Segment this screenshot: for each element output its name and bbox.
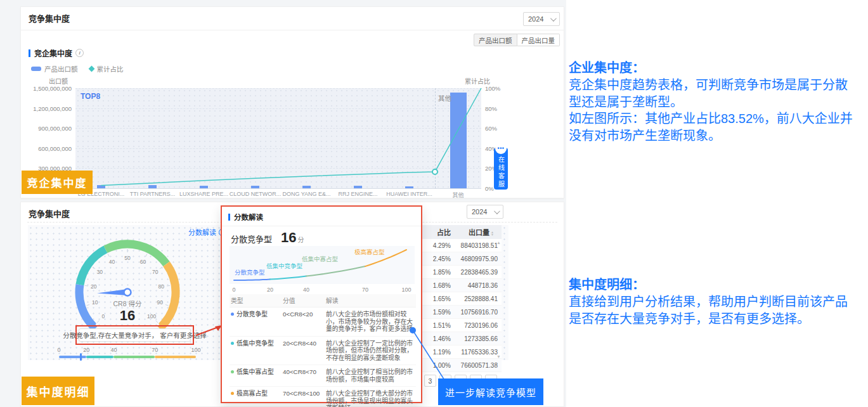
cell-desc: 前八大企业控制了绝大部分的市场份额，市场呈现出明显的寡头垄断特征	[326, 390, 416, 407]
gauge-tick-label: 70	[152, 269, 159, 275]
info-icon[interactable]: i	[75, 49, 84, 57]
score-table-row: 低集中竞争型20<CR8<40前八大企业控制了一定比例的市场份额，但市场仍然相对…	[230, 337, 416, 366]
result-score: 16	[281, 229, 296, 246]
legend-line-label: 累计占比	[97, 64, 124, 74]
scroll-up-icon[interactable]: ▲	[496, 240, 501, 245]
note-body: 竞企集中度趋势表格，可判断竞争市场是属于分散型还是属于垄断型。如左图所示：其他产…	[569, 77, 868, 144]
topn-drag-handle[interactable]	[432, 169, 437, 174]
gauge-tick-label: 30	[97, 269, 103, 275]
score-curve-chart: 分散竞争型低集中竞争型低集中寡占型极高寡占型	[230, 246, 415, 284]
cell-type: 分散竞争型	[230, 311, 283, 318]
cell-share: 1.59%	[419, 309, 451, 316]
cell-range: 20<CR8<40	[283, 340, 326, 347]
score-curve-svg	[230, 246, 415, 284]
year-select-value: 2024	[528, 15, 543, 23]
type-text: 低集中寡占型	[236, 368, 274, 376]
year-select[interactable]: 2024	[523, 12, 560, 26]
section-title: 竞企集中度 i	[29, 48, 84, 58]
col-share[interactable]: 占比	[419, 227, 451, 237]
cell-export-qty: 1273385.66	[451, 335, 498, 342]
gauge-result-tooltip: 分散竞争型,存在大量竞争对手， 客户有更多选择	[79, 328, 191, 342]
annotation-red-box-tooltip: 分散竞争型,存在大量竞争对手， 客户有更多选择	[75, 325, 194, 345]
score-table-row: 极高寡占型70<CR8<100前八大企业控制了绝大部分的市场份额，市场呈现出明显…	[230, 387, 416, 407]
gauge-tick-label: 20	[91, 283, 97, 290]
slider-segment	[155, 356, 196, 358]
gauge-tick-label: 90	[157, 299, 164, 306]
slider-handle[interactable]	[80, 353, 82, 361]
annotation-label-company-concentration: 竞企集中度	[22, 171, 93, 194]
curve-segment	[306, 266, 365, 276]
cell-export-qty: 22838465.39	[451, 269, 498, 276]
cell-range: 70<CR8<100	[283, 390, 326, 397]
type-dot	[231, 342, 234, 345]
scroll-down-icon[interactable]: ▼	[496, 354, 501, 359]
online-service-widget[interactable]: ••• 在线客服	[494, 148, 508, 190]
legend-item-bar[interactable]: 产品出口额	[31, 64, 78, 74]
col-export-qty[interactable]: 出口量▲▼	[451, 227, 495, 237]
cell-share: 2.45%	[419, 255, 451, 262]
slider-tick-label: 0	[57, 347, 60, 353]
gauge-tick-mark	[86, 304, 89, 306]
panel-title: 竞争集中度	[29, 207, 70, 219]
gridline	[75, 188, 481, 189]
curve-label: 分散竞争型	[235, 268, 265, 276]
gauge-title: CR8 得分	[113, 300, 142, 307]
gauge-tick-mark	[146, 254, 147, 256]
score-explain-popup: 分数解读 分散竞争型 16 分 分散竞争型低集中竞争型低集中寡占型极高寡占型 0…	[221, 205, 422, 403]
table-row[interactable]: 1.59%10756916.70	[419, 306, 502, 319]
sort-icon[interactable]: ▲▼	[491, 231, 494, 236]
result-score-unit: 分	[298, 235, 304, 244]
legend-bar-swatch	[31, 67, 41, 71]
y-tick-left: 900,000,000	[25, 125, 72, 132]
cell-range: 40<CR8<70	[283, 368, 326, 376]
annotation-blue-dot	[410, 327, 416, 333]
curve-tick-label: 0	[232, 287, 235, 293]
score-table-row: 分散竞争型0<CR8<20前八大企业的市场份额相对较小，市场竞争较为分散，存在大…	[230, 307, 416, 337]
export-quantity-button[interactable]: 产品出口量	[517, 34, 560, 46]
dashboard-area: 竞争集中度 2024 产品出口额 产品出口量 竞企集中度 i 产品出口额	[0, 0, 566, 407]
panel-concentration-detail: 竞争集中度 2024 分数解读 i 0102030405060708090100…	[20, 202, 564, 407]
legend-bar-label: 产品出口额	[44, 64, 78, 74]
slider-tick-label: 100	[191, 347, 200, 353]
type-text: 极高寡占型	[236, 390, 268, 397]
col-range: 分值	[283, 296, 326, 305]
cell-share: 1.85%	[419, 269, 451, 276]
chevron-down-icon	[550, 15, 557, 22]
note-line: 竞企集中度趋势表格，可判断竞争市场是属于分散	[569, 77, 868, 94]
cell-export-qty: 88403198.51	[451, 242, 498, 249]
interpret-model-button[interactable]: 进一步解读竞争模型	[438, 378, 543, 405]
y-tick-left: 1,200,000,000	[25, 105, 72, 112]
table-row[interactable]: 1.65%2528888.41	[419, 292, 502, 306]
annotation-red-arrow	[194, 323, 223, 338]
gauge-tick-label: 100	[147, 313, 156, 320]
export-amount-button[interactable]: 产品出口额	[474, 34, 517, 46]
legend-item-line[interactable]: 累计占比	[89, 64, 124, 74]
table-row[interactable]: 2.45%46809975.90	[419, 252, 502, 266]
divider	[21, 30, 564, 30]
score-table-row: 低集中寡占型40<CR8<70前八大企业控制了相当比例的市场份额，市场集中度较高	[230, 365, 416, 387]
note-heading: 集中度明细：	[569, 276, 868, 294]
scroll-right-icon[interactable]: ›	[495, 362, 498, 370]
gauge-tick-label: 50	[124, 255, 131, 261]
table-row[interactable]: 4.29%88403198.51	[419, 239, 502, 252]
x-axis-label: 其他	[428, 191, 489, 199]
score-table: 类型 分值 解读 分散竞争型0<CR8<20前八大企业的市场份额相对较小，市场竞…	[230, 294, 416, 407]
cumulative-line-chart	[75, 88, 481, 188]
cell-type: 低集中寡占型	[230, 368, 283, 376]
type-dot	[231, 392, 234, 395]
table-row[interactable]: 1.85%22838465.39	[419, 266, 502, 279]
cumulative-line	[101, 88, 482, 186]
note-line: 没有对市场产生垄断现象。	[569, 127, 868, 145]
annotation-label-concentration-detail: 集中度明细	[22, 377, 94, 405]
curve-tick-label: 40	[303, 287, 309, 293]
table-row[interactable]: 1.68%448718.36	[419, 279, 502, 292]
gauge-tick-label: 80	[159, 283, 165, 290]
curve-label: 低集中寡占型	[302, 254, 338, 263]
year-select[interactable]: 2024	[467, 205, 503, 219]
cell-export-qty: 2528888.41	[451, 295, 498, 302]
type-text: 分散竞争型	[236, 311, 268, 318]
gauge-tick-label: 0	[101, 313, 105, 320]
table-header: 占比 出口量▲▼	[419, 225, 502, 239]
result-type: 分散竞争型	[231, 233, 272, 245]
annotation-blue-connector	[410, 329, 449, 384]
